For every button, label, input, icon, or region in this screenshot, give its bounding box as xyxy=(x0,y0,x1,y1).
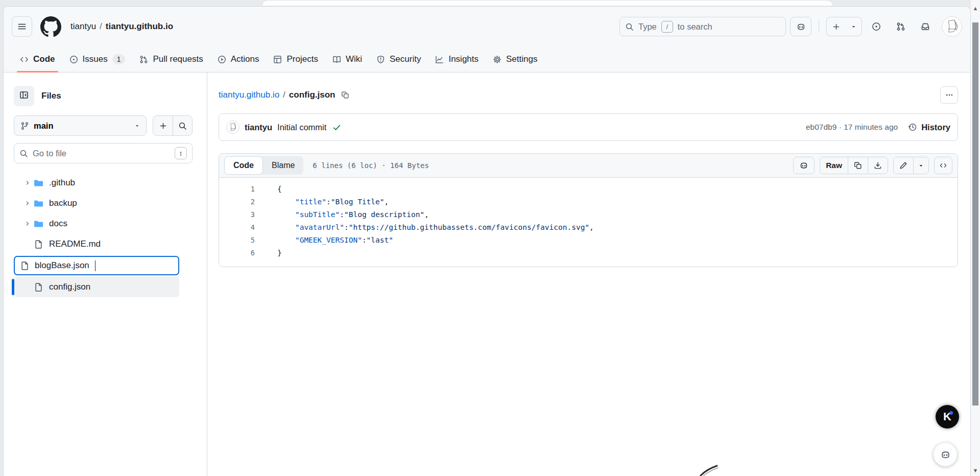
go-to-file-input[interactable]: Go to file t xyxy=(14,143,193,163)
edit-group xyxy=(893,157,929,174)
collapse-sidebar-button[interactable] xyxy=(14,86,34,106)
files-sidebar: Files main Go to file t xyxy=(4,73,207,476)
line-number[interactable]: 4 xyxy=(219,221,255,234)
line-number[interactable]: 2 xyxy=(219,196,255,208)
new-file-name-input[interactable]: blogBase.json xyxy=(14,256,179,275)
copy-file-button[interactable] xyxy=(848,157,868,174)
header-breadcrumb: tiantyu / tiantyu.github.io xyxy=(70,21,173,32)
breadcrumb-separator: / xyxy=(283,90,285,100)
raw-button[interactable]: Raw xyxy=(820,157,848,174)
line-content: "title":"Blog Title", xyxy=(255,196,389,208)
tab-blame-view[interactable]: Blame xyxy=(263,156,303,175)
browser-chrome-edge xyxy=(262,0,833,6)
folder-icon xyxy=(33,178,43,188)
create-new-button[interactable] xyxy=(826,17,862,36)
scroll-up-arrow[interactable]: ▲ xyxy=(971,4,980,12)
inbox-button[interactable] xyxy=(915,16,936,37)
breadcrumb-repo-link[interactable]: tiantyu.github.io xyxy=(219,90,279,100)
tab-projects[interactable]: Projects xyxy=(266,46,325,72)
global-search-input[interactable]: Type / to search xyxy=(619,17,786,36)
tree-file-config.json[interactable]: config.json xyxy=(14,277,179,297)
tab-issues[interactable]: Issues 1 xyxy=(62,46,133,72)
copilot-floating-button[interactable] xyxy=(934,443,957,466)
add-file-button[interactable] xyxy=(153,116,173,135)
graph-icon xyxy=(435,55,444,64)
download-button[interactable] xyxy=(868,157,888,174)
symbols-panel-button[interactable] xyxy=(934,157,952,174)
tree-folder-docs[interactable]: docs xyxy=(14,213,179,234)
selected-file-accent xyxy=(12,279,14,295)
search-icon xyxy=(19,149,28,158)
slash-key-hint: / xyxy=(661,21,673,33)
latest-commit-bar: tiantyu Initial commit eb07db9 · 17 minu… xyxy=(219,113,958,141)
files-panel-title: Files xyxy=(41,91,61,101)
commit-status-check-icon[interactable] xyxy=(332,123,341,132)
breadcrumb-owner-link[interactable]: tiantyu xyxy=(70,21,96,32)
chevron-right-icon[interactable] xyxy=(22,200,33,207)
tree-folder-.github[interactable]: .github xyxy=(14,173,179,193)
global-header: tiantyu / tiantyu.github.io Type / to se… xyxy=(4,7,970,46)
tab-pull-requests[interactable]: Pull requests xyxy=(132,46,210,72)
line-number[interactable]: 5 xyxy=(219,234,255,247)
hamburger-icon xyxy=(17,22,27,31)
line-content: "subTitle":"Blog description", xyxy=(255,208,429,221)
go-to-file-placeholder: Go to file xyxy=(33,149,66,158)
code-line: 4 "avatarUrl":"https://github.githubasse… xyxy=(219,221,958,234)
tab-code[interactable]: Code xyxy=(13,46,62,72)
file-meta-info: 6 lines (6 loc) · 164 Bytes xyxy=(313,161,429,170)
history-button[interactable]: History xyxy=(908,123,950,132)
tab-insights[interactable]: Insights xyxy=(428,46,486,72)
tree-file-README.md[interactable]: README.md xyxy=(14,234,179,254)
search-files-button[interactable] xyxy=(173,116,192,135)
text-cursor xyxy=(95,260,96,271)
line-number[interactable]: 6 xyxy=(219,247,255,259)
tab-code-view[interactable]: Code xyxy=(224,156,263,175)
hamburger-menu-button[interactable] xyxy=(12,16,32,37)
branch-selector[interactable]: main xyxy=(14,115,147,136)
commit-author[interactable]: tiantyu xyxy=(245,123,272,132)
copilot-icon xyxy=(796,22,806,32)
chevron-right-icon[interactable] xyxy=(22,220,33,227)
line-content: { xyxy=(255,183,282,196)
scroll-down-arrow[interactable]: ▼ xyxy=(971,466,980,474)
chevron-right-icon[interactable] xyxy=(22,179,33,186)
line-number[interactable]: 1 xyxy=(219,183,255,196)
tab-security[interactable]: Security xyxy=(369,46,428,72)
user-avatar[interactable] xyxy=(942,16,962,37)
commit-message-link[interactable]: Initial commit xyxy=(277,123,326,132)
extension-k-badge[interactable]: K xyxy=(936,405,959,429)
commit-sha-time[interactable]: eb07db9 · 17 minutes ago xyxy=(806,123,898,132)
shield-icon xyxy=(376,55,385,64)
file-view: tiantyu.github.io / config.json tiantyu … xyxy=(207,73,970,476)
edit-file-button[interactable] xyxy=(894,157,913,174)
line-content: "avatarUrl":"https://github.githubassets… xyxy=(255,221,594,234)
browser-scrollbar[interactable]: ▲ ▼ xyxy=(971,0,980,476)
edit-dropdown-button[interactable] xyxy=(913,157,928,174)
commit-author-avatar[interactable] xyxy=(226,121,240,134)
k-badge-notification-dot xyxy=(949,411,953,415)
issues-dashboard-button[interactable] xyxy=(866,16,887,37)
copy-path-button[interactable] xyxy=(341,91,349,99)
tab-settings[interactable]: Settings xyxy=(486,46,544,72)
breadcrumb-repo-link[interactable]: tiantyu.github.io xyxy=(106,21,173,32)
tree-folder-backup[interactable]: backup xyxy=(14,193,179,213)
copilot-menu-button[interactable] xyxy=(790,17,811,36)
more-options-button[interactable] xyxy=(940,86,958,104)
caret-down-icon xyxy=(846,17,862,36)
line-number[interactable]: 3 xyxy=(219,208,255,221)
table-icon xyxy=(273,55,282,64)
file-tree: .github backup docs README.md blogBase.j… xyxy=(14,173,193,297)
tab-actions[interactable]: Actions xyxy=(210,46,267,72)
git-pull-request-icon xyxy=(139,55,148,64)
pencil-cursor-graphic xyxy=(700,465,722,476)
pull-requests-dashboard-button[interactable] xyxy=(891,16,911,37)
file-icon xyxy=(33,282,43,292)
line-content: "GMEEK_VERSION":"last" xyxy=(255,234,393,247)
raw-copy-download-group: Raw xyxy=(820,157,888,174)
git-branch-icon xyxy=(20,122,29,130)
tab-wiki[interactable]: Wiki xyxy=(325,46,369,72)
github-logo-icon[interactable] xyxy=(40,16,61,37)
copilot-file-button[interactable] xyxy=(793,157,815,174)
scrollbar-thumb[interactable] xyxy=(972,22,978,406)
branch-name: main xyxy=(34,121,54,131)
